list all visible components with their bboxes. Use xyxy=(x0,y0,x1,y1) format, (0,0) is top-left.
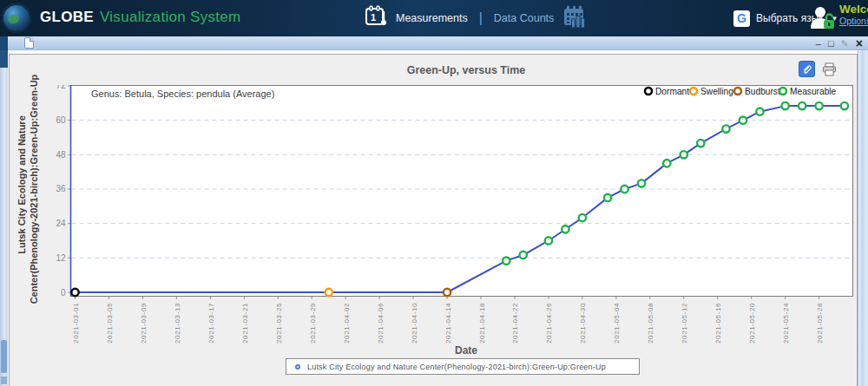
svg-text:2021-05-20: 2021-05-20 xyxy=(748,303,756,343)
user-account: Welcome Options xyxy=(807,3,868,36)
series-legend-box: Lutsk City Ecology and Nature Center(Phe… xyxy=(286,358,640,375)
nav-data-counts[interactable]: Data Counts xyxy=(494,12,554,24)
chart-panel: Green-Up, versus Time Lutsk City Ecology… xyxy=(9,54,858,386)
svg-text:2021-03-29: 2021-03-29 xyxy=(309,303,317,343)
svg-text:2021-03-01: 2021-03-01 xyxy=(72,303,80,343)
globe-logo-icon[interactable] xyxy=(2,3,31,33)
svg-text:72: 72 xyxy=(56,85,66,90)
svg-text:24: 24 xyxy=(56,219,66,228)
close-button[interactable]: × xyxy=(856,36,863,50)
y-axis-label-line1: Lutsk City Ecology and Nature xyxy=(16,115,27,254)
svg-text:60: 60 xyxy=(56,115,66,125)
svg-text:2021-05-12: 2021-05-12 xyxy=(681,303,688,343)
svg-text:2021-05-28: 2021-05-28 xyxy=(816,303,824,343)
maximize-button[interactable]: □ xyxy=(828,36,834,50)
chart-title: Green-Up, versus Time xyxy=(88,64,845,76)
series-marker-icon xyxy=(295,364,300,370)
svg-text:Measurable: Measurable xyxy=(790,87,837,96)
data-counts-calendar-icon[interactable] xyxy=(562,4,588,32)
svg-text:2021-04-06: 2021-04-06 xyxy=(377,303,385,343)
svg-text:2021-05-16: 2021-05-16 xyxy=(714,303,722,343)
svg-text:Genus: Betula, Species: pendul: Genus: Betula, Species: pendula (Average… xyxy=(91,88,274,99)
svg-text:Swelling: Swelling xyxy=(700,87,733,96)
series-legend-text: Lutsk City Ecology and Nature Center(Phe… xyxy=(307,363,606,371)
svg-text:0: 0 xyxy=(61,288,66,298)
svg-text:2021-03-13: 2021-03-13 xyxy=(174,303,181,343)
svg-text:2021-03-17: 2021-03-17 xyxy=(207,303,215,343)
printer-icon xyxy=(822,62,837,76)
svg-text:2021-04-02: 2021-04-02 xyxy=(343,303,351,343)
right-frame xyxy=(858,50,868,386)
svg-text:Budburst: Budburst xyxy=(745,87,780,96)
brand-product: Visualization System xyxy=(100,9,241,25)
plot-area[interactable]: 01224364860722021-03-012021-03-052021-03… xyxy=(46,85,855,347)
scrollbar-bottom-segment xyxy=(1,376,7,384)
svg-text:48: 48 xyxy=(56,150,66,160)
svg-text:2021-05-08: 2021-05-08 xyxy=(647,303,654,343)
window-controls: – □ ✎ × xyxy=(816,36,863,50)
options-link[interactable]: Options xyxy=(839,16,868,26)
document-icon xyxy=(24,37,34,49)
left-frame-scrollbar[interactable] xyxy=(0,50,8,386)
svg-text:2021-04-30: 2021-04-30 xyxy=(579,303,587,343)
main-nav: 1 Measurements | Data Counts xyxy=(365,0,588,36)
svg-text:2021-03-05: 2021-03-05 xyxy=(106,303,114,343)
welcome-text: Welcome xyxy=(839,3,868,16)
nav-measurements[interactable]: Measurements xyxy=(396,12,468,24)
x-axis-label: Date xyxy=(88,344,845,357)
user-avatar-lock-icon[interactable] xyxy=(807,3,837,36)
svg-text:Dormant: Dormant xyxy=(655,87,689,96)
svg-text:2021-03-09: 2021-03-09 xyxy=(140,303,148,343)
app-header: GLOBEVisualization System 1 Measurements… xyxy=(0,0,868,36)
permalink-button[interactable] xyxy=(799,61,815,77)
svg-text:12: 12 xyxy=(56,253,66,263)
y-axis-label-line2: Center(Phenology-2021-birch):Green-Up:Gr… xyxy=(29,75,39,304)
print-button[interactable] xyxy=(821,61,838,77)
nav-separator: | xyxy=(479,10,483,26)
svg-text:2021-03-25: 2021-03-25 xyxy=(275,303,283,343)
scrollbar-thumb[interactable] xyxy=(1,340,7,373)
edit-window-button[interactable]: ✎ xyxy=(841,36,849,50)
svg-text:2021-04-18: 2021-04-18 xyxy=(478,303,486,343)
svg-text:36: 36 xyxy=(56,184,66,193)
svg-text:2021-04-26: 2021-04-26 xyxy=(545,303,553,343)
svg-text:2021-05-04: 2021-05-04 xyxy=(613,303,621,343)
minimize-button[interactable]: – xyxy=(816,36,821,50)
google-translate-icon: G xyxy=(733,10,750,27)
svg-text:2021-04-10: 2021-04-10 xyxy=(411,303,418,343)
svg-text:1: 1 xyxy=(371,12,376,23)
paperclip-icon xyxy=(801,63,812,75)
scrollbar-top-segment xyxy=(0,50,8,68)
frame-corner xyxy=(0,36,8,50)
chart-toolbar xyxy=(799,61,838,77)
svg-text:2021-04-14: 2021-04-14 xyxy=(444,303,452,343)
svg-text:2021-05-24: 2021-05-24 xyxy=(782,303,790,343)
window-titlebar: – □ ✎ × xyxy=(0,36,868,50)
svg-text:2021-03-21: 2021-03-21 xyxy=(241,303,249,343)
app-title: GLOBEVisualization System xyxy=(40,9,241,26)
svg-text:2021-04-22: 2021-04-22 xyxy=(511,303,519,343)
measurements-calendar-icon[interactable]: 1 xyxy=(365,5,388,31)
brand-globe: GLOBE xyxy=(40,9,94,25)
